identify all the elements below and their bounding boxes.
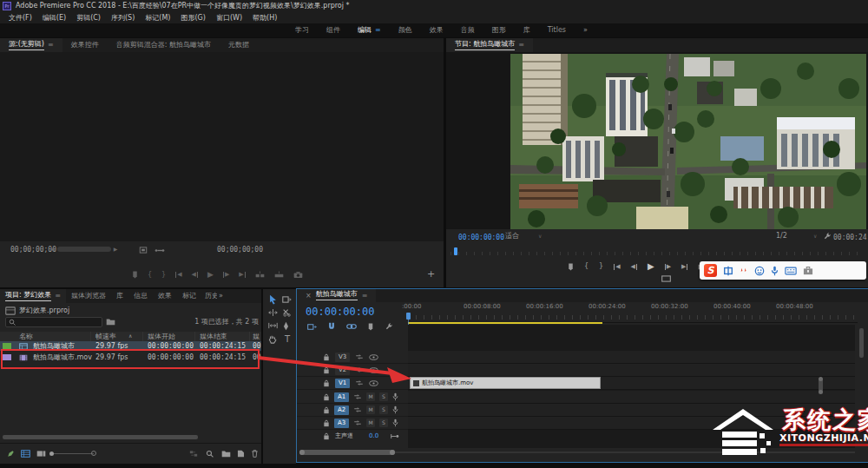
item-name[interactable]: 航拍鸟瞰城市.mov [33,354,92,361]
ime-punctuation-icon[interactable] [740,267,748,275]
project-file-name[interactable]: 梦幻效果.prproj [19,307,69,314]
tab-audio-clip-mixer[interactable]: 音频剪辑混合器: 航拍鸟瞰城市 [108,38,220,52]
voiceover-mic-icon[interactable] [392,405,398,414]
sync-lock-icon[interactable] [355,379,364,386]
add-marker-icon[interactable] [568,263,574,271]
panel-menu-icon[interactable]: ≡ [518,42,524,49]
list-view-icon[interactable] [21,450,30,458]
zoom-slider-handle[interactable] [49,452,54,456]
menu-edit[interactable]: 编辑(E) [37,12,71,23]
ime-emoji-icon[interactable] [754,266,765,276]
button-editor-plus-icon[interactable]: + [427,269,435,279]
tab-effects[interactable]: 效果 [153,289,177,303]
panel-menu-icon[interactable]: ≡ [362,293,368,300]
overwrite-icon[interactable] [274,271,284,279]
fit-dropdown[interactable]: 适合 ∨ [505,233,542,240]
tab-project[interactable]: 项目: 梦幻效果 ≡ [0,289,66,303]
track-lane-v3[interactable] [408,351,855,364]
tab-metadata[interactable]: 元数据 [220,38,258,52]
mark-in-icon[interactable]: { [584,263,589,270]
track-lane-v2[interactable] [408,364,855,377]
lock-icon[interactable] [323,393,330,401]
menu-clip[interactable]: 剪辑(C) [71,12,106,23]
track-button-v2[interactable]: V2 [335,366,350,375]
go-to-in-icon[interactable]: ◀ [614,264,620,270]
clear-trash-icon[interactable] [251,450,259,458]
panel-menu-icon[interactable]: ≡ [48,42,54,49]
sort-ascending-icon[interactable]: ∧ [128,333,132,339]
workspace-tab-effects[interactable]: 效果 [421,23,452,37]
workspace-tab-editing[interactable]: 编辑 ≡ [349,23,390,37]
label-chip[interactable] [3,354,11,360]
timeline-vscrollbar[interactable] [859,328,864,358]
tab-program[interactable]: 节目: 航拍鸟瞰城市 ≡ [446,38,533,52]
mark-out-icon[interactable]: } [599,263,603,270]
ripple-edit-tool-icon[interactable] [268,308,278,317]
timeline-ruler[interactable]: :00:00 00:00:08:00 00:00:16:00 00:00:24:… [408,304,858,323]
step-forward-icon[interactable]: ▶ [223,272,229,278]
lock-icon[interactable] [323,406,330,414]
timeline-vzoom-thumb[interactable] [819,379,823,392]
solo-button[interactable]: S [379,419,388,427]
add-marker-icon[interactable] [367,323,374,331]
go-to-in-icon[interactable]: ◀ [175,272,181,278]
icon-view-icon[interactable] [36,450,46,458]
workspace-tab-graphics[interactable]: 图形 [483,23,515,37]
mute-button[interactable]: M [366,405,375,414]
track-lane-a1[interactable] [408,391,855,404]
pan-knob-icon[interactable] [391,433,399,439]
toggle-track-output-icon[interactable] [369,380,378,386]
voiceover-mic-icon[interactable] [392,419,398,427]
timeline-clip[interactable]: 航拍鸟瞰城市.mov [410,377,601,389]
track-button-v3[interactable]: V3 [335,353,350,362]
step-back-icon[interactable]: ◀ [631,264,637,270]
drag-video-audio-icon[interactable] [155,247,165,254]
zoom-slider-track[interactable] [50,453,94,454]
go-to-out-icon[interactable]: ▶ [239,272,245,278]
add-marker-icon[interactable] [132,271,138,279]
project-writable-icon[interactable] [7,450,15,458]
tab-info[interactable]: 信息 [128,289,153,303]
tab-effect-controls[interactable]: 效果控件 [62,38,108,52]
scroll-left-icon[interactable]: ◀ [50,247,55,252]
lock-icon[interactable] [323,379,330,387]
tab-history[interactable]: 历史 [201,289,217,303]
track-lane-a3[interactable] [408,417,855,430]
snap-magnet-icon[interactable] [327,322,336,331]
panel-menu-icon[interactable]: ≡ [55,293,61,300]
panel-overflow-chevron[interactable]: » [217,289,225,303]
safe-margins-icon[interactable] [661,275,671,282]
step-forward-icon[interactable]: ▶ [665,264,671,270]
track-select-forward-tool-icon[interactable] [282,295,292,304]
lock-icon[interactable] [323,432,330,440]
tab-timeline-sequence[interactable]: 航拍鸟瞰城市 [316,291,358,300]
column-framerate[interactable]: 帧速率 [95,333,116,340]
scroll-right-icon[interactable]: ▶ [114,247,118,252]
lock-icon[interactable] [323,353,330,361]
source-settings-icon[interactable] [139,246,148,254]
tab-source[interactable]: 源:(无剪辑) ≡ [0,38,62,52]
work-area-bar[interactable] [408,322,602,324]
mark-in-icon[interactable]: { [148,272,152,279]
tab-markers[interactable]: 标记 [177,289,201,303]
sync-lock-icon[interactable] [353,406,362,413]
solo-button[interactable]: S [379,405,388,414]
workspace-menu-icon[interactable]: ≡ [375,27,381,34]
column-name[interactable]: 名称 [19,333,33,340]
ime-voice-mic-icon[interactable] [771,266,779,276]
timeline-timecode[interactable]: 00:00:00:00 [306,307,374,317]
hand-tool-icon[interactable] [268,334,277,344]
type-tool-icon[interactable]: T [285,335,290,344]
item-name[interactable]: 航拍鸟瞰城市 [33,343,75,350]
step-back-icon[interactable]: ◀ [192,272,198,278]
track-button-a2[interactable]: A2 [334,405,349,415]
workspace-tab-audio[interactable]: 音频 [452,23,483,37]
menu-help[interactable]: 帮助(H) [247,12,282,23]
go-to-out-icon[interactable]: ▶ [681,264,687,270]
table-row-sequence[interactable]: 航拍鸟瞰城市 29.97 fps 00:00:00:00 00:00:24:15… [0,341,261,351]
tab-libraries[interactable]: 库 [111,289,128,303]
find-icon[interactable] [206,450,214,458]
settings-wrench-icon[interactable] [823,232,832,241]
nest-insert-icon[interactable] [307,323,317,331]
sync-lock-icon[interactable] [353,393,362,400]
